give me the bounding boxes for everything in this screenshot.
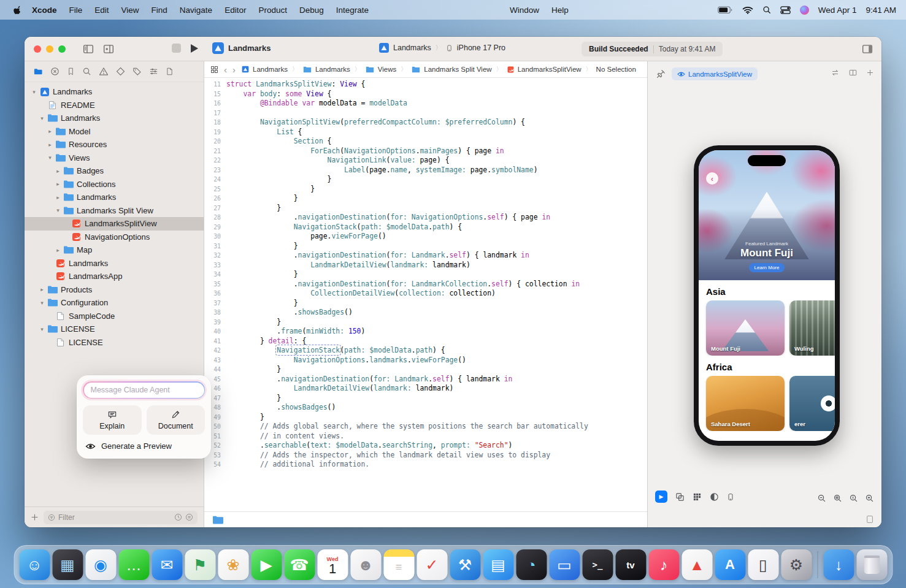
line-number[interactable]: 22: [204, 156, 226, 166]
inspector-toggle-icon[interactable]: [862, 44, 873, 55]
document-button[interactable]: Document: [147, 405, 205, 435]
code-line[interactable]: 25 }: [204, 185, 647, 194]
disclosure-icon[interactable]: ▾: [29, 89, 39, 95]
menu-xcode[interactable]: Xcode: [26, 6, 63, 15]
line-number[interactable]: 42: [204, 346, 226, 356]
dock-phone-icon[interactable]: ☎: [284, 549, 315, 580]
line-number[interactable]: 32: [204, 251, 226, 261]
dock-launchpad-icon[interactable]: ▦: [52, 549, 83, 580]
line-number[interactable]: 37: [204, 299, 226, 308]
spotlight-icon[interactable]: [762, 6, 771, 14]
file-tree-item[interactable]: LandmarksSplitView: [25, 217, 204, 231]
code-line[interactable]: 11struct LandmarksSplitView: View {: [204, 80, 647, 90]
file-tree-item[interactable]: README: [25, 99, 204, 112]
code-line[interactable]: 33 LandmarkDetailView(landmark: landmark…: [204, 261, 647, 270]
preview-variants-icon[interactable]: [675, 492, 685, 502]
code-line[interactable]: 29 NavigationStack(path: $modelData.path…: [204, 223, 647, 232]
code-line[interactable]: 52 .searchable(text: $modelData.searchSt…: [204, 441, 647, 451]
dock-mail-icon[interactable]: ✉: [152, 549, 182, 580]
dock-contacts-icon[interactable]: ☻: [350, 549, 381, 580]
code-line[interactable]: 20 Section {: [204, 137, 647, 147]
zoom-out-icon[interactable]: [817, 494, 826, 503]
dock-tv-icon[interactable]: tv: [615, 549, 646, 580]
disclosure-icon[interactable]: ▸: [53, 181, 63, 187]
menu-file[interactable]: File: [63, 6, 89, 15]
navigator-tab-diamond-icon[interactable]: [116, 67, 125, 76]
back-icon[interactable]: ‹: [224, 65, 227, 74]
generate-preview-button[interactable]: Generate a Preview: [85, 441, 204, 451]
file-tree-item[interactable]: ▸Map: [25, 243, 204, 257]
dock-app-store-icon[interactable]: A: [715, 549, 745, 580]
apple-menu-icon[interactable]: [10, 5, 26, 15]
disclosure-icon[interactable]: ▸: [53, 168, 63, 174]
dock-iphone-mirroring-icon[interactable]: ▯: [748, 549, 778, 580]
code-line[interactable]: 51 // in content views.: [204, 432, 647, 441]
source-editor[interactable]: 11struct LandmarksSplitView: View {15 va…: [204, 78, 647, 511]
code-line[interactable]: 18 NavigationSplitView(preferredCompactC…: [204, 118, 647, 128]
file-tree-item[interactable]: ▾LICENSE: [25, 323, 204, 336]
navigator-tab-sliders-icon[interactable]: [149, 67, 158, 76]
disclosure-icon[interactable]: ▸: [53, 247, 63, 253]
dock-photos-icon[interactable]: ❀: [218, 549, 248, 580]
file-tree-item[interactable]: ▾Views: [25, 151, 204, 165]
file-tree-item[interactable]: Landmarks: [25, 257, 204, 270]
dock-reminders-icon[interactable]: ✓: [417, 549, 447, 580]
code-line[interactable]: 28 .navigationDestination(for: Navigatio…: [204, 213, 647, 223]
code-line[interactable]: 38 .showsBadges(): [204, 308, 647, 318]
dock-transporter-icon[interactable]: ▲: [681, 549, 712, 580]
recents-filter-icon[interactable]: [174, 513, 182, 521]
line-number[interactable]: 15: [204, 90, 226, 99]
line-number[interactable]: 34: [204, 270, 226, 280]
wifi-icon[interactable]: [742, 6, 753, 14]
code-line[interactable]: 47 }: [204, 394, 647, 403]
add-file-icon[interactable]: [31, 513, 39, 521]
line-number[interactable]: 11: [204, 80, 226, 90]
navigator-tab-navfolder-icon[interactable]: [33, 67, 43, 76]
dock-calendar-icon[interactable]: Wed1: [317, 549, 348, 580]
line-number[interactable]: 31: [204, 242, 226, 251]
breadcrumb-item[interactable]: Views: [365, 66, 396, 74]
dock-music-icon[interactable]: ♪: [648, 549, 679, 580]
zoom-actual-icon[interactable]: [849, 494, 858, 503]
stop-button[interactable]: [172, 44, 181, 53]
file-tree-item[interactable]: ▸Resources: [25, 138, 204, 151]
code-line[interactable]: 46 LandmarkDetailView(landmark: landmark…: [204, 384, 647, 394]
code-line[interactable]: 36 CollectionDetailView(collection: coll…: [204, 289, 647, 299]
navigator-tab-bookmark-icon[interactable]: [67, 67, 75, 76]
disclosure-icon[interactable]: ▾: [53, 207, 63, 213]
add-editor-icon[interactable]: [103, 44, 114, 55]
line-number[interactable]: 16: [204, 99, 226, 109]
siri-icon[interactable]: [800, 6, 809, 15]
dock-downloads-icon[interactable]: ↓: [823, 549, 854, 580]
code-line[interactable]: 17: [204, 109, 647, 118]
pin-icon[interactable]: [656, 69, 666, 78]
swap-icon[interactable]: [831, 69, 840, 77]
dock-messages-icon[interactable]: …: [118, 549, 149, 580]
code-line[interactable]: 32 .navigationDestination(for: Landmark.…: [204, 251, 647, 261]
file-tree-item[interactable]: NavigationOptions: [25, 231, 204, 244]
code-line[interactable]: 53 // Adds the inspector, which the land…: [204, 451, 647, 460]
breadcrumb-item[interactable]: No Selection: [596, 66, 636, 73]
menu-product[interactable]: Product: [252, 6, 293, 15]
line-number[interactable]: 43: [204, 356, 226, 365]
file-tree-item[interactable]: ▸Model: [25, 125, 204, 139]
project-chip-icon[interactable]: [213, 516, 223, 524]
menubar-time[interactable]: 9:41 AM: [866, 6, 896, 15]
line-number[interactable]: 25: [204, 185, 226, 194]
device-settings-icon[interactable]: [727, 492, 734, 502]
filter-field[interactable]: Filter: [44, 511, 198, 524]
code-line[interactable]: 31 }: [204, 242, 647, 251]
zoom-in-icon[interactable]: [865, 494, 874, 503]
close-button[interactable]: [34, 45, 41, 53]
file-tree-item[interactable]: ▸Collections: [25, 178, 204, 191]
preview-tab[interactable]: LandmarksSplitView: [672, 67, 758, 80]
code-line[interactable]: 27 }: [204, 204, 647, 213]
navigator-toggle-icon[interactable]: [83, 44, 94, 55]
code-line[interactable]: 21 ForEach(NavigationOptions.mainPages) …: [204, 147, 647, 156]
code-line[interactable]: 19 List {: [204, 128, 647, 137]
code-line[interactable]: 34 }: [204, 270, 647, 280]
navigator-tab-xcircle-icon[interactable]: [50, 67, 60, 76]
menu-edit[interactable]: Edit: [88, 6, 115, 15]
code-line[interactable]: 22 NavigationLink(value: page) {: [204, 156, 647, 166]
explain-button[interactable]: Explain: [83, 405, 142, 435]
